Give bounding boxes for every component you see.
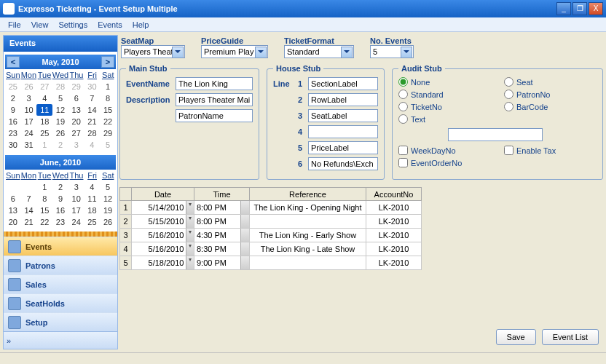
calendar-day[interactable]: 16	[52, 205, 68, 216]
calendar-day[interactable]: 26	[21, 81, 37, 92]
nav-events[interactable]: Events	[4, 237, 117, 256]
calendar-day[interactable]: 24	[21, 127, 37, 139]
calendar-day[interactable]: 1	[100, 81, 116, 92]
calendar-day[interactable]	[5, 181, 21, 193]
calendar-day[interactable]: 9	[5, 104, 21, 116]
calendar-day[interactable]: 31	[21, 139, 37, 151]
date-dropdown-icon[interactable]: ▾	[186, 229, 194, 242]
time-spinner[interactable]	[240, 229, 249, 242]
calendar-day[interactable]: 7	[84, 92, 101, 104]
calendar-day[interactable]: 28	[52, 81, 68, 92]
accountno-cell[interactable]	[366, 242, 421, 256]
calendar-day[interactable]: 22	[36, 216, 52, 228]
col-date[interactable]: Date	[132, 188, 194, 201]
calendar-day[interactable]: 6	[68, 92, 84, 104]
housestub-line-1[interactable]	[308, 77, 378, 90]
calendar-day[interactable]: 16	[5, 116, 21, 127]
housestub-line-6[interactable]	[308, 157, 378, 170]
calendar-day[interactable]: 12	[100, 193, 116, 205]
accountno-cell[interactable]	[366, 256, 421, 269]
accountno-cell[interactable]	[366, 201, 421, 214]
seatmap-select[interactable]: Players Theater	[121, 45, 185, 58]
calendar-day[interactable]: 26	[100, 216, 116, 228]
menu-view[interactable]: View	[26, 19, 54, 31]
calendar-day[interactable]: 20	[5, 216, 21, 228]
calendar2-grid[interactable]: 1234567891011121314151617181920212223242…	[5, 181, 116, 229]
date-dropdown-icon[interactable]: ▾	[186, 201, 194, 214]
row-header[interactable]: 2	[120, 215, 132, 229]
calendar-day[interactable]: 29	[68, 81, 84, 92]
audit-text-radio[interactable]: Text	[398, 114, 491, 124]
calendar-day[interactable]: 29	[100, 127, 116, 139]
calendar-day[interactable]: 15	[36, 205, 52, 216]
calendar-day[interactable]: 14	[84, 104, 101, 116]
calendar-day[interactable]: 10	[68, 193, 84, 205]
date-cell[interactable]	[132, 215, 186, 228]
reference-cell[interactable]	[250, 229, 366, 242]
menu-file[interactable]: File	[3, 19, 26, 31]
time-cell[interactable]	[194, 256, 240, 269]
close-button[interactable]: X	[589, 2, 603, 15]
calendar-day[interactable]: 3	[21, 92, 37, 104]
row-header[interactable]: 4	[120, 242, 132, 256]
audit-standard-radio[interactable]: Standard	[398, 90, 491, 99]
calendar-day[interactable]: 4	[36, 92, 52, 104]
calendar-day[interactable]: 5	[52, 92, 68, 104]
calendar-day[interactable]: 7	[21, 193, 37, 205]
date-cell[interactable]	[132, 201, 186, 214]
calendar-day[interactable]: 20	[68, 116, 84, 127]
time-spinner[interactable]	[240, 242, 249, 256]
nav-setup[interactable]: Setup	[4, 312, 117, 331]
time-cell[interactable]	[194, 229, 240, 242]
col-time[interactable]: Time	[194, 188, 250, 201]
row-header[interactable]: 3	[120, 229, 132, 242]
calendar-day[interactable]: 28	[84, 127, 101, 139]
cal-prev-button[interactable]: <	[7, 56, 20, 68]
col-reference[interactable]: Reference	[250, 188, 366, 201]
menu-help[interactable]: Help	[127, 19, 154, 31]
calendar1-grid[interactable]: 2526272829301234567891011121314151617181…	[5, 81, 116, 151]
sidebar-collapse-icon[interactable]: »	[7, 336, 11, 345]
description-input[interactable]	[176, 93, 253, 106]
calendar-day[interactable]: 3	[68, 181, 84, 193]
reference-cell[interactable]	[250, 256, 366, 269]
accountno-cell[interactable]	[366, 215, 421, 228]
patronname-input[interactable]	[176, 109, 253, 122]
nav-sales[interactable]: Sales	[4, 274, 117, 293]
minimize-button[interactable]: _	[556, 2, 571, 15]
calendar-day[interactable]: 2	[5, 92, 21, 104]
calendar-day[interactable]: 3	[100, 228, 116, 229]
calendar-day[interactable]: 4	[84, 139, 101, 151]
calendar-day[interactable]: 18	[36, 116, 52, 127]
date-cell[interactable]	[132, 229, 186, 242]
calendar-day[interactable]: 3	[68, 139, 84, 151]
calendar-day[interactable]: 2	[84, 228, 101, 229]
audit-patronno-radio[interactable]: PatronNo	[504, 90, 597, 99]
calendar-day[interactable]: 30	[84, 81, 101, 92]
time-cell[interactable]	[194, 201, 240, 214]
calendar-day[interactable]: 28	[21, 228, 37, 229]
calendar-day[interactable]: 25	[36, 127, 52, 139]
time-spinner[interactable]	[240, 256, 249, 269]
maximize-button[interactable]: ❐	[572, 2, 587, 15]
date-dropdown-icon[interactable]: ▾	[186, 215, 194, 228]
audit-seat-radio[interactable]: Seat	[504, 77, 597, 87]
calendar-day[interactable]: 25	[5, 81, 21, 92]
calendar-day[interactable]	[21, 181, 37, 193]
calendar-day[interactable]: 29	[36, 228, 52, 229]
eventlist-button[interactable]: Event List	[542, 329, 599, 345]
calendar-day[interactable]: 6	[5, 193, 21, 205]
calendar-day[interactable]: 27	[68, 127, 84, 139]
calendar-day[interactable]: 9	[52, 193, 68, 205]
calendar-day[interactable]: 24	[68, 216, 84, 228]
calendar-day[interactable]: 5	[100, 181, 116, 193]
calendar-day[interactable]: 14	[21, 205, 37, 216]
calendar-day[interactable]: 15	[100, 104, 116, 116]
calendar-day[interactable]: 19	[52, 116, 68, 127]
date-dropdown-icon[interactable]: ▾	[186, 242, 194, 256]
save-button[interactable]: Save	[496, 329, 536, 345]
calendar-day[interactable]: 2	[52, 181, 68, 193]
reference-cell[interactable]	[250, 242, 366, 256]
calendar-day[interactable]: 10	[21, 104, 37, 116]
priceguide-select[interactable]: Premium Play	[201, 45, 268, 58]
